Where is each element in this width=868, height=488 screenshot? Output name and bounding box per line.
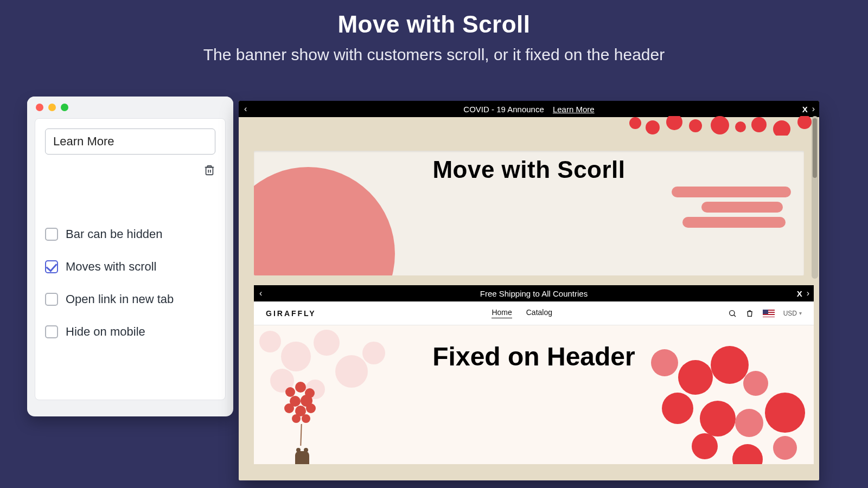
scrollbar[interactable] xyxy=(812,116,818,279)
preview-window: ‹ COVID - 19 Announce Learn More X › xyxy=(239,101,819,480)
store-brand[interactable]: GIRAFFLY xyxy=(266,309,316,318)
announcement-bar-top: ‹ COVID - 19 Announce Learn More X › xyxy=(239,101,819,117)
prev-icon[interactable]: ‹ xyxy=(244,104,247,114)
preview-hero-fixed: Fixed on Header xyxy=(254,325,814,464)
next-icon[interactable]: › xyxy=(807,288,809,298)
page-title: Move with Scroll xyxy=(0,11,868,38)
checkbox-icon xyxy=(45,228,58,241)
checkbox-label: Moves with scroll xyxy=(66,260,156,274)
checkbox-icon xyxy=(45,293,58,306)
announcement-text: COVID - 19 Announce xyxy=(463,105,544,114)
announcement-text: Free Shipping to All Countries xyxy=(480,289,588,298)
window-zoom-dot[interactable] xyxy=(61,104,68,111)
currency-selector[interactable]: USD ▾ xyxy=(783,310,802,317)
checkbox-icon xyxy=(45,260,58,273)
checkbox-label: Open link in new tab xyxy=(66,292,174,306)
settings-card: Bar can be hidden Moves with scroll Open… xyxy=(35,118,226,400)
announcement-link[interactable]: Learn More xyxy=(553,105,595,114)
store-header: GIRAFFLY Home Catalog USD ▾ xyxy=(254,301,814,325)
sun-decoration xyxy=(254,167,395,275)
close-icon[interactable]: X xyxy=(797,289,802,298)
preview-hero-move: Move with Scorll xyxy=(254,151,804,275)
window-titlebar xyxy=(27,97,233,118)
checkbox-label: Bar can be hidden xyxy=(66,227,163,241)
checkbox-open-new-tab[interactable]: Open link in new tab xyxy=(45,292,215,306)
page-subtitle: The banner show with customers scroll, o… xyxy=(0,46,868,64)
window-close-dot[interactable] xyxy=(36,104,43,111)
next-icon[interactable]: › xyxy=(812,104,815,114)
balloon-bear-decoration xyxy=(280,382,323,464)
checkbox-hide-on-mobile[interactable]: Hide on mobile xyxy=(45,325,215,339)
preview-heading: Fixed on Header xyxy=(254,342,814,371)
chevron-down-icon: ▾ xyxy=(799,310,802,316)
checkbox-moves-with-scroll[interactable]: Moves with scroll xyxy=(45,260,215,274)
search-icon[interactable] xyxy=(728,309,737,318)
banner-link-text-input[interactable] xyxy=(45,129,215,155)
announcement-bar-fixed: ‹ Free Shipping to All Countries X › xyxy=(254,285,814,301)
blossom-decoration xyxy=(254,325,406,423)
store-nav: Home Catalog xyxy=(492,308,552,318)
nav-home[interactable]: Home xyxy=(492,308,512,318)
prev-icon[interactable]: ‹ xyxy=(259,288,262,298)
checkbox-bar-hidden[interactable]: Bar can be hidden xyxy=(45,227,215,241)
checkbox-label: Hide on mobile xyxy=(66,325,145,339)
settings-window: Bar can be hidden Moves with scroll Open… xyxy=(27,97,233,416)
close-icon[interactable]: X xyxy=(802,105,808,114)
trash-icon[interactable] xyxy=(203,164,215,177)
flag-icon xyxy=(763,310,775,317)
window-minimize-dot[interactable] xyxy=(48,104,56,111)
cloud-decoration xyxy=(672,187,791,230)
nav-catalog[interactable]: Catalog xyxy=(526,308,552,318)
flower-decoration xyxy=(624,116,819,136)
bag-icon[interactable] xyxy=(745,309,754,318)
checkbox-icon xyxy=(45,325,58,338)
svg-rect-0 xyxy=(206,168,213,175)
svg-point-1 xyxy=(729,310,734,315)
